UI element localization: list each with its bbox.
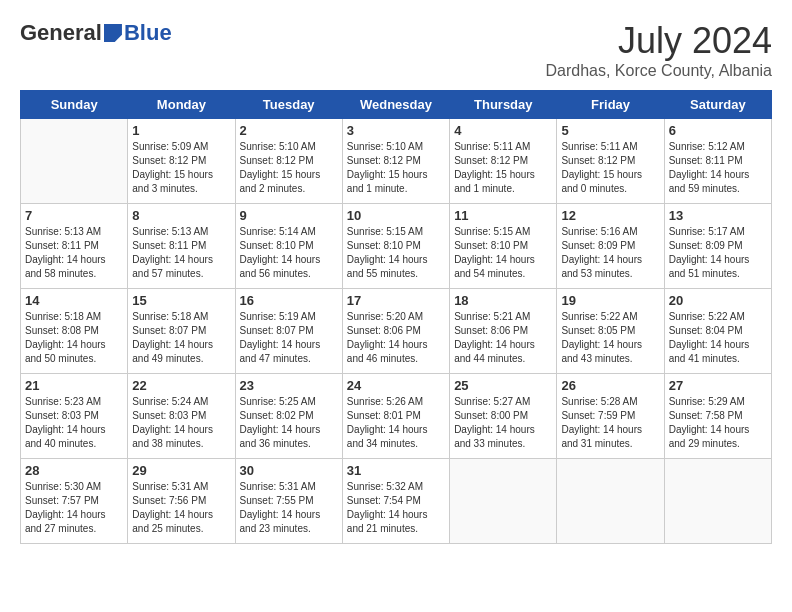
day-number: 23: [240, 378, 338, 393]
calendar-day-header: Friday: [557, 91, 664, 119]
cell-info: Sunrise: 5:29 AM Sunset: 7:58 PM Dayligh…: [669, 395, 767, 451]
calendar-cell: 24Sunrise: 5:26 AM Sunset: 8:01 PM Dayli…: [342, 374, 449, 459]
day-number: 16: [240, 293, 338, 308]
day-number: 15: [132, 293, 230, 308]
calendar-cell: [557, 459, 664, 544]
logo-icon: [104, 24, 122, 42]
day-number: 2: [240, 123, 338, 138]
calendar-cell: 16Sunrise: 5:19 AM Sunset: 8:07 PM Dayli…: [235, 289, 342, 374]
calendar-day-header: Saturday: [664, 91, 771, 119]
cell-info: Sunrise: 5:19 AM Sunset: 8:07 PM Dayligh…: [240, 310, 338, 366]
day-number: 31: [347, 463, 445, 478]
day-number: 14: [25, 293, 123, 308]
cell-info: Sunrise: 5:09 AM Sunset: 8:12 PM Dayligh…: [132, 140, 230, 196]
calendar-week-row: 14Sunrise: 5:18 AM Sunset: 8:08 PM Dayli…: [21, 289, 772, 374]
calendar-cell: 12Sunrise: 5:16 AM Sunset: 8:09 PM Dayli…: [557, 204, 664, 289]
calendar-cell: 30Sunrise: 5:31 AM Sunset: 7:55 PM Dayli…: [235, 459, 342, 544]
day-number: 25: [454, 378, 552, 393]
calendar-week-row: 1Sunrise: 5:09 AM Sunset: 8:12 PM Daylig…: [21, 119, 772, 204]
logo: General Blue: [20, 20, 172, 46]
calendar-cell: 27Sunrise: 5:29 AM Sunset: 7:58 PM Dayli…: [664, 374, 771, 459]
calendar-cell: 7Sunrise: 5:13 AM Sunset: 8:11 PM Daylig…: [21, 204, 128, 289]
cell-info: Sunrise: 5:14 AM Sunset: 8:10 PM Dayligh…: [240, 225, 338, 281]
day-number: 27: [669, 378, 767, 393]
day-number: 20: [669, 293, 767, 308]
calendar-week-row: 28Sunrise: 5:30 AM Sunset: 7:57 PM Dayli…: [21, 459, 772, 544]
calendar-cell: 29Sunrise: 5:31 AM Sunset: 7:56 PM Dayli…: [128, 459, 235, 544]
calendar-cell: [21, 119, 128, 204]
calendar-day-header: Sunday: [21, 91, 128, 119]
day-number: 3: [347, 123, 445, 138]
calendar-cell: 4Sunrise: 5:11 AM Sunset: 8:12 PM Daylig…: [450, 119, 557, 204]
cell-info: Sunrise: 5:31 AM Sunset: 7:56 PM Dayligh…: [132, 480, 230, 536]
day-number: 6: [669, 123, 767, 138]
cell-info: Sunrise: 5:28 AM Sunset: 7:59 PM Dayligh…: [561, 395, 659, 451]
calendar-cell: 28Sunrise: 5:30 AM Sunset: 7:57 PM Dayli…: [21, 459, 128, 544]
day-number: 4: [454, 123, 552, 138]
day-number: 8: [132, 208, 230, 223]
calendar-week-row: 7Sunrise: 5:13 AM Sunset: 8:11 PM Daylig…: [21, 204, 772, 289]
calendar-cell: 25Sunrise: 5:27 AM Sunset: 8:00 PM Dayli…: [450, 374, 557, 459]
logo-blue: Blue: [124, 20, 172, 46]
day-number: 13: [669, 208, 767, 223]
cell-info: Sunrise: 5:27 AM Sunset: 8:00 PM Dayligh…: [454, 395, 552, 451]
location-title: Dardhas, Korce County, Albania: [546, 62, 773, 80]
cell-info: Sunrise: 5:11 AM Sunset: 8:12 PM Dayligh…: [454, 140, 552, 196]
day-number: 11: [454, 208, 552, 223]
calendar-cell: 18Sunrise: 5:21 AM Sunset: 8:06 PM Dayli…: [450, 289, 557, 374]
calendar-cell: 19Sunrise: 5:22 AM Sunset: 8:05 PM Dayli…: [557, 289, 664, 374]
calendar-cell: 1Sunrise: 5:09 AM Sunset: 8:12 PM Daylig…: [128, 119, 235, 204]
calendar-cell: [664, 459, 771, 544]
cell-info: Sunrise: 5:10 AM Sunset: 8:12 PM Dayligh…: [240, 140, 338, 196]
calendar-cell: 17Sunrise: 5:20 AM Sunset: 8:06 PM Dayli…: [342, 289, 449, 374]
calendar-cell: 10Sunrise: 5:15 AM Sunset: 8:10 PM Dayli…: [342, 204, 449, 289]
cell-info: Sunrise: 5:24 AM Sunset: 8:03 PM Dayligh…: [132, 395, 230, 451]
calendar-cell: 31Sunrise: 5:32 AM Sunset: 7:54 PM Dayli…: [342, 459, 449, 544]
logo-general: General: [20, 20, 102, 46]
day-number: 9: [240, 208, 338, 223]
day-number: 1: [132, 123, 230, 138]
cell-info: Sunrise: 5:15 AM Sunset: 8:10 PM Dayligh…: [454, 225, 552, 281]
cell-info: Sunrise: 5:16 AM Sunset: 8:09 PM Dayligh…: [561, 225, 659, 281]
cell-info: Sunrise: 5:13 AM Sunset: 8:11 PM Dayligh…: [132, 225, 230, 281]
cell-info: Sunrise: 5:20 AM Sunset: 8:06 PM Dayligh…: [347, 310, 445, 366]
day-number: 10: [347, 208, 445, 223]
calendar-day-header: Monday: [128, 91, 235, 119]
month-title: July 2024: [546, 20, 773, 62]
calendar-week-row: 21Sunrise: 5:23 AM Sunset: 8:03 PM Dayli…: [21, 374, 772, 459]
cell-info: Sunrise: 5:25 AM Sunset: 8:02 PM Dayligh…: [240, 395, 338, 451]
calendar-cell: 13Sunrise: 5:17 AM Sunset: 8:09 PM Dayli…: [664, 204, 771, 289]
day-number: 5: [561, 123, 659, 138]
cell-info: Sunrise: 5:21 AM Sunset: 8:06 PM Dayligh…: [454, 310, 552, 366]
calendar-cell: 2Sunrise: 5:10 AM Sunset: 8:12 PM Daylig…: [235, 119, 342, 204]
calendar-cell: 23Sunrise: 5:25 AM Sunset: 8:02 PM Dayli…: [235, 374, 342, 459]
day-number: 24: [347, 378, 445, 393]
cell-info: Sunrise: 5:22 AM Sunset: 8:04 PM Dayligh…: [669, 310, 767, 366]
day-number: 22: [132, 378, 230, 393]
day-number: 28: [25, 463, 123, 478]
cell-info: Sunrise: 5:26 AM Sunset: 8:01 PM Dayligh…: [347, 395, 445, 451]
day-number: 12: [561, 208, 659, 223]
cell-info: Sunrise: 5:18 AM Sunset: 8:08 PM Dayligh…: [25, 310, 123, 366]
cell-info: Sunrise: 5:30 AM Sunset: 7:57 PM Dayligh…: [25, 480, 123, 536]
calendar-cell: 8Sunrise: 5:13 AM Sunset: 8:11 PM Daylig…: [128, 204, 235, 289]
day-number: 29: [132, 463, 230, 478]
calendar-cell: 15Sunrise: 5:18 AM Sunset: 8:07 PM Dayli…: [128, 289, 235, 374]
cell-info: Sunrise: 5:32 AM Sunset: 7:54 PM Dayligh…: [347, 480, 445, 536]
day-number: 7: [25, 208, 123, 223]
calendar-cell: 11Sunrise: 5:15 AM Sunset: 8:10 PM Dayli…: [450, 204, 557, 289]
calendar-cell: 9Sunrise: 5:14 AM Sunset: 8:10 PM Daylig…: [235, 204, 342, 289]
header: General Blue July 2024 Dardhas, Korce Co…: [20, 20, 772, 80]
calendar-day-header: Tuesday: [235, 91, 342, 119]
calendar-cell: 20Sunrise: 5:22 AM Sunset: 8:04 PM Dayli…: [664, 289, 771, 374]
calendar-day-header: Thursday: [450, 91, 557, 119]
cell-info: Sunrise: 5:22 AM Sunset: 8:05 PM Dayligh…: [561, 310, 659, 366]
calendar-cell: 21Sunrise: 5:23 AM Sunset: 8:03 PM Dayli…: [21, 374, 128, 459]
cell-info: Sunrise: 5:23 AM Sunset: 8:03 PM Dayligh…: [25, 395, 123, 451]
cell-info: Sunrise: 5:11 AM Sunset: 8:12 PM Dayligh…: [561, 140, 659, 196]
title-area: July 2024 Dardhas, Korce County, Albania: [546, 20, 773, 80]
cell-info: Sunrise: 5:13 AM Sunset: 8:11 PM Dayligh…: [25, 225, 123, 281]
calendar: SundayMondayTuesdayWednesdayThursdayFrid…: [20, 90, 772, 544]
calendar-cell: 6Sunrise: 5:12 AM Sunset: 8:11 PM Daylig…: [664, 119, 771, 204]
calendar-cell: [450, 459, 557, 544]
